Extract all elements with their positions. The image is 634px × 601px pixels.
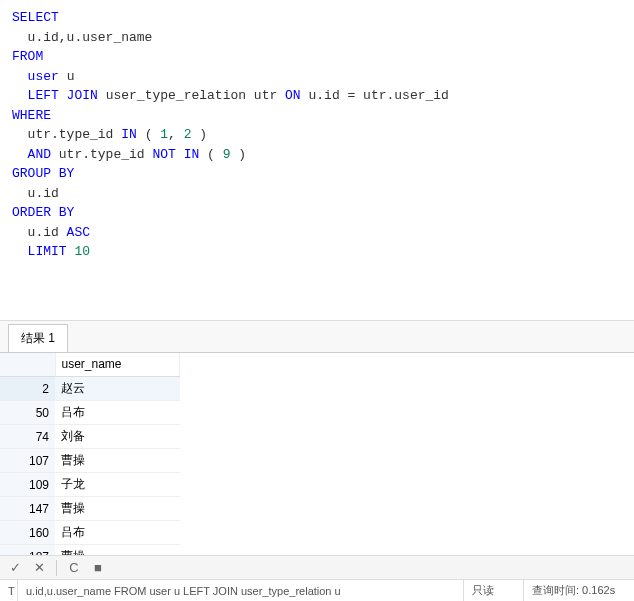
stop-button[interactable]: ■ <box>89 559 107 577</box>
cell-id[interactable]: 147 <box>0 497 55 521</box>
sql-text: ) <box>230 147 246 162</box>
sql-text: u.id,u.user_name <box>12 30 152 45</box>
result-tabs: 结果 1 <box>0 321 634 353</box>
cancel-button[interactable]: ✕ <box>30 559 48 577</box>
keyword: WHERE <box>12 108 51 123</box>
table-row[interactable]: 109子龙 <box>0 473 180 497</box>
sql-text: ( <box>199 147 222 162</box>
table-row[interactable]: 74刘备 <box>0 425 180 449</box>
cell-id[interactable]: 109 <box>0 473 55 497</box>
keyword: LEFT JOIN <box>28 88 98 103</box>
cell-id[interactable]: 50 <box>0 401 55 425</box>
keyword: SELECT <box>12 10 59 25</box>
sql-text: u <box>59 69 75 84</box>
separator <box>56 560 57 576</box>
cell-username[interactable]: 子龙 <box>55 473 180 497</box>
table-row[interactable]: 160吕布 <box>0 521 180 545</box>
keyword: ASC <box>67 225 90 240</box>
result-toolbar: ✓ ✕ C ■ <box>0 555 634 579</box>
cell-id[interactable]: 74 <box>0 425 55 449</box>
status-bar: T u.id,u.user_name FROM user u LEFT JOIN… <box>0 579 634 601</box>
cell-username[interactable]: 刘备 <box>55 425 180 449</box>
sql-text: u.id <box>12 186 59 201</box>
sql-text <box>12 244 28 259</box>
sql-text: , <box>168 127 184 142</box>
keyword: ON <box>285 88 301 103</box>
table-row[interactable]: 50吕布 <box>0 401 180 425</box>
sql-text: utr.type_id <box>51 147 152 162</box>
status-prefix: T <box>0 580 18 601</box>
keyword: IN <box>121 127 137 142</box>
sql-text: user_type_relation utr <box>98 88 285 103</box>
keyword: ORDER BY <box>12 205 74 220</box>
keyword: NOT IN <box>152 147 199 162</box>
sql-text: u.id <box>12 225 67 240</box>
sql-text <box>12 147 28 162</box>
sql-text: u.id = utr.user_id <box>301 88 449 103</box>
cell-id[interactable]: 160 <box>0 521 55 545</box>
cell-username[interactable]: 吕布 <box>55 521 180 545</box>
keyword: AND <box>28 147 51 162</box>
sql-text: ( <box>137 127 160 142</box>
status-query: u.id,u.user_name FROM user u LEFT JOIN u… <box>18 580 464 601</box>
apply-button[interactable]: ✓ <box>6 559 24 577</box>
cell-username[interactable]: 赵云 <box>55 377 180 401</box>
sql-text <box>12 69 28 84</box>
sql-editor[interactable]: SELECT u.id,u.user_name FROM user u LEFT… <box>0 0 634 270</box>
tab-result-1[interactable]: 结果 1 <box>8 324 68 352</box>
column-header-username[interactable]: user_name <box>55 353 180 377</box>
keyword: GROUP BY <box>12 166 74 181</box>
sql-text <box>12 88 28 103</box>
number: 1 <box>160 127 168 142</box>
keyword: LIMIT <box>28 244 67 259</box>
sql-text: ) <box>191 127 207 142</box>
table-row[interactable]: 147曹操 <box>0 497 180 521</box>
column-header-id[interactable] <box>0 353 55 377</box>
cell-id[interactable]: 107 <box>0 449 55 473</box>
status-query-time: 查询时间: 0.162s <box>524 580 634 601</box>
cell-username[interactable]: 曹操 <box>55 449 180 473</box>
cell-id[interactable]: 2 <box>0 377 55 401</box>
status-readonly: 只读 <box>464 580 524 601</box>
sql-text: utr.type_id <box>12 127 121 142</box>
keyword: FROM <box>12 49 43 64</box>
number: 10 <box>74 244 90 259</box>
table-row[interactable]: 107曹操 <box>0 449 180 473</box>
cell-username[interactable]: 吕布 <box>55 401 180 425</box>
refresh-button[interactable]: C <box>65 559 83 577</box>
keyword: user <box>28 69 59 84</box>
cell-username[interactable]: 曹操 <box>55 497 180 521</box>
table-row[interactable]: 2赵云 <box>0 377 180 401</box>
